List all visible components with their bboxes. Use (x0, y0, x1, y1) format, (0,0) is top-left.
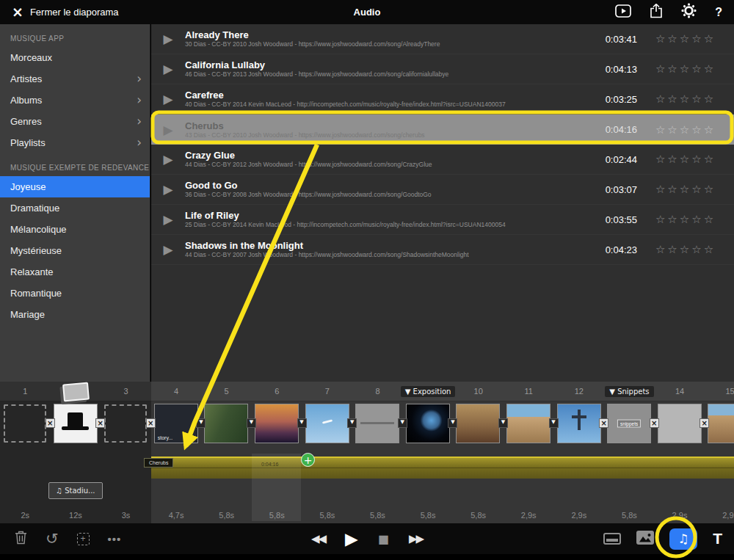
sidebar-item[interactable]: Romantique › (0, 283, 150, 304)
transition-icon[interactable] (95, 418, 105, 428)
slide-thumbnail[interactable] (507, 404, 550, 443)
slide-thumbnail[interactable]: story... (155, 404, 197, 443)
timeline-slide[interactable]: 8 5,8s (352, 382, 403, 523)
timeline-slide[interactable]: ▼ Snippets snippets 5,8s (604, 382, 655, 523)
timeline-slide[interactable]: 12s (51, 382, 101, 523)
song-row[interactable]: ▶ Cherubs 43 Dias - CC-BY 2010 Josh Wood… (151, 114, 734, 145)
play-icon[interactable]: ▶ (151, 152, 185, 167)
song-row[interactable]: ▶ California Lullaby 46 Dias - CC-BY 201… (151, 54, 734, 84)
timeline-slide[interactable]: 4 story... 4,7s (151, 382, 202, 523)
song-row[interactable]: ▶ Crazy Glue 44 Dias - CC-BY 2012 Josh W… (151, 145, 734, 175)
stop-button[interactable]: ■ (378, 532, 389, 546)
slide-thumbnail[interactable] (205, 404, 247, 443)
song-row[interactable]: ▶ Shadows in the Moonlight 44 Dias - CC-… (151, 235, 734, 265)
sidebar-item[interactable]: Morceaux › (0, 47, 150, 68)
play-icon[interactable]: ▶ (151, 182, 185, 197)
rating-stars[interactable]: ☆☆☆☆☆ (637, 32, 734, 46)
slide-thumbnail[interactable]: snippets (608, 404, 650, 443)
transition-icon[interactable] (347, 418, 357, 428)
text-tool-button[interactable]: T (713, 530, 722, 548)
more-options-icon[interactable]: ••• (108, 533, 122, 545)
slide-thumbnail[interactable] (356, 404, 399, 443)
timeline-slide[interactable]: 1 2s (0, 382, 51, 523)
song-row[interactable]: ▶ Life of Riley 25 Dias - CC-BY 2014 Kev… (151, 205, 734, 235)
slide-thumbnail[interactable] (306, 404, 349, 443)
select-frame-icon[interactable] (77, 533, 90, 545)
transition-icon[interactable] (599, 418, 608, 428)
play-icon[interactable]: ▶ (151, 92, 185, 106)
play-icon[interactable]: ▶ (151, 32, 185, 46)
sidebar-item[interactable]: Mystérieuse › (0, 240, 150, 261)
sidebar-item[interactable]: Mélancolique › (0, 219, 150, 240)
song-row[interactable]: ▶ Carefree 40 Dias - CC-BY 2014 Kevin Ma… (151, 84, 734, 114)
present-button[interactable] (615, 4, 631, 21)
sidebar-item[interactable]: Mariage › (0, 304, 150, 325)
slide-thumbnail[interactable] (708, 404, 734, 443)
transition-icon[interactable] (247, 418, 256, 428)
slide-group-marker[interactable]: ▼ Snippets (605, 386, 653, 397)
sidebar-item[interactable]: Artistes › (0, 68, 150, 90)
transition-icon[interactable] (549, 418, 559, 428)
timeline-slide[interactable]: 3 3s (101, 382, 151, 523)
transition-icon[interactable] (650, 418, 659, 428)
transition-icon[interactable] (146, 418, 156, 428)
add-audio-badge[interactable]: + (301, 453, 315, 467)
transition-icon[interactable] (700, 418, 709, 428)
sidebar-item[interactable]: Joyeuse › (0, 176, 150, 197)
slide-thumbnail[interactable] (457, 404, 499, 443)
play-button[interactable]: ▶ (345, 529, 358, 548)
help-button[interactable]: ? (715, 6, 722, 19)
photo-tool-icon[interactable] (636, 531, 654, 548)
rating-stars[interactable]: ☆☆☆☆☆ (637, 153, 734, 166)
sidebar-item[interactable]: Dramatique › (0, 197, 150, 219)
timeline-slide[interactable]: ▼ Exposition 5,8s (403, 382, 454, 523)
rating-stars[interactable]: ☆☆☆☆☆ (637, 123, 734, 137)
timeline-slide[interactable]: 5 5,8s (201, 382, 252, 523)
slide-group-marker[interactable]: ▼ Exposition (401, 386, 456, 397)
slide-thumbnail[interactable] (658, 404, 701, 443)
timeline-slide[interactable]: 10 5,8s (453, 382, 504, 523)
audio-track-cherubs[interactable] (151, 457, 734, 479)
share-icon[interactable] (650, 3, 663, 21)
transition-icon[interactable] (398, 418, 407, 428)
slide-thumbnail[interactable] (104, 404, 147, 443)
rating-stars[interactable]: ☆☆☆☆☆ (637, 92, 734, 106)
play-icon[interactable]: ▶ (151, 242, 185, 257)
rating-stars[interactable]: ☆☆☆☆☆ (637, 62, 734, 76)
timeline-slide[interactable]: 11 2,9s (504, 382, 554, 523)
slide-thumbnail[interactable] (255, 404, 298, 443)
settings-gear-icon[interactable] (681, 3, 697, 21)
rewind-button[interactable]: ◀◀ (311, 532, 325, 545)
play-icon[interactable]: ▶ (151, 62, 185, 76)
play-icon[interactable]: ▶ (151, 123, 185, 137)
slide-thumbnail[interactable] (4, 404, 46, 443)
sidebar-item[interactable]: Relaxante › (0, 261, 150, 283)
rating-stars[interactable]: ☆☆☆☆☆ (637, 243, 734, 256)
sidebar-item[interactable]: Genres › (0, 111, 150, 132)
transition-icon[interactable] (46, 418, 55, 428)
sidebar-item[interactable]: Playlists › (0, 132, 150, 153)
song-row[interactable]: ▶ Good to Go 36 Dias - CC-BY 2008 Josh W… (151, 175, 734, 205)
fast-forward-button[interactable]: ▶▶ (409, 532, 423, 545)
lower-third-tool-icon[interactable] (603, 533, 621, 545)
trash-icon[interactable] (15, 530, 27, 548)
rating-stars[interactable]: ☆☆☆☆☆ (637, 213, 734, 226)
audio-tool-button[interactable]: ♫ (669, 528, 697, 550)
transition-icon[interactable] (448, 418, 457, 428)
timeline-slide[interactable]: 15 2,9s (705, 382, 734, 523)
transition-icon[interactable] (196, 418, 206, 428)
close-slideshow-button[interactable]: × Fermer le diaporama (12, 0, 119, 24)
sidebar-item[interactable]: Albums › (0, 90, 150, 111)
transition-icon[interactable] (498, 418, 508, 428)
timeline-slide[interactable]: 14 2,9s (655, 382, 705, 523)
undo-icon[interactable]: ↺ (46, 531, 59, 547)
play-icon[interactable]: ▶ (151, 212, 185, 227)
slide-thumbnail[interactable] (54, 404, 97, 443)
timeline-slide[interactable]: 12 2,9s (554, 382, 605, 523)
transition-icon[interactable] (297, 418, 307, 428)
song-row[interactable]: ▶ Already There 30 Dias - CC-BY 2010 Jos… (151, 24, 734, 54)
audio-track-stadium[interactable]: ♫ Stadiu... (48, 482, 103, 499)
slide-thumbnail[interactable] (558, 404, 600, 443)
rating-stars[interactable]: ☆☆☆☆☆ (637, 183, 734, 196)
slide-thumbnail[interactable] (407, 404, 449, 443)
